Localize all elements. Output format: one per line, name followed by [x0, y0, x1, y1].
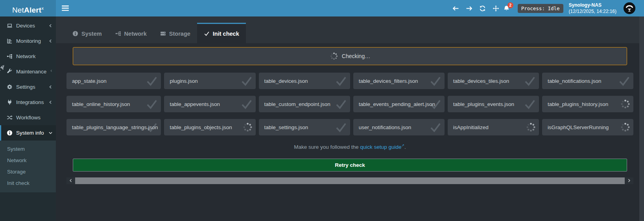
arrow-right-icon[interactable] — [466, 5, 472, 12]
check-icon — [618, 75, 631, 87]
host-name: Synology-NAS — [569, 2, 616, 8]
chevron-left-icon — [48, 100, 53, 104]
top-bar: NetAlertx 2 Process: Idle Synology-NAS (… — [0, 0, 644, 16]
check-card: isAppInitialized — [448, 119, 539, 135]
tab-network[interactable]: Network — [109, 23, 153, 43]
bell-icon[interactable]: 2 — [503, 5, 510, 12]
check-card: table_events_pending_alert.json — [353, 96, 445, 112]
check-icon — [335, 75, 347, 87]
sidebar-item-workflows[interactable]: Workflows — [0, 110, 56, 125]
check-icon — [146, 75, 158, 87]
check-card-label: app_state.json — [72, 78, 107, 84]
app-logo[interactable]: NetAlertx — [0, 0, 56, 16]
host-info: Synology-NAS (12/12/2025, 14:22:16) — [569, 2, 616, 15]
laptop-icon — [7, 23, 13, 29]
move-icon[interactable] — [493, 5, 499, 12]
chevron-left-icon — [50, 69, 53, 74]
chevron-down-icon — [48, 131, 53, 135]
check-card-label: isGraphQLServerRunning — [548, 124, 609, 130]
hint-suffix: . — [404, 144, 406, 150]
chart-icon — [7, 38, 13, 44]
tab-storage[interactable]: Storage — [153, 23, 197, 43]
network-icon — [115, 31, 121, 37]
submenu-item-network[interactable]: Network — [0, 155, 56, 166]
network-icon — [7, 53, 13, 59]
check-icon — [335, 98, 347, 110]
sidebar-item-devices[interactable]: Devices — [0, 18, 56, 33]
sidebar-item-label: Devices — [16, 23, 35, 29]
system-info-submenu: SystemNetworkStorageInit check — [0, 141, 56, 192]
check-icon — [429, 121, 442, 133]
sidebar-item-integrations[interactable]: Integrations — [0, 95, 56, 110]
check-icon — [204, 31, 210, 37]
rocket-icon — [0, 64, 6, 71]
check-card-label: table_devices.json — [264, 78, 308, 84]
check-card: table_appevents.json — [164, 96, 255, 112]
avatar[interactable] — [624, 2, 635, 14]
check-card: table_plugins_history.json — [542, 96, 633, 112]
info-icon — [7, 130, 13, 136]
horizontal-scrollbar — [66, 177, 633, 184]
sidebar-item-monitoring[interactable]: Monitoring — [0, 33, 56, 49]
hamburger-menu-icon[interactable] — [56, 0, 75, 16]
refresh-icon[interactable] — [479, 5, 486, 12]
check-card-label: table_plugins_language_strings.json — [72, 124, 158, 130]
init-check-card-grid: app_state.jsonplugins.jsontable_devices.… — [66, 73, 633, 135]
scroll-left-button[interactable] — [66, 177, 75, 184]
checking-text: Checking… — [342, 53, 370, 59]
check-card-label: table_plugins_objects.json — [170, 124, 232, 130]
sidebar-item-system-info[interactable]: System info — [0, 125, 56, 141]
check-card: table_devices_filters.json — [353, 73, 445, 89]
chevron-left-icon — [48, 24, 53, 28]
check-icon — [240, 98, 253, 110]
submenu-item-storage[interactable]: Storage — [0, 166, 56, 177]
check-card-label: table_online_history.json — [72, 101, 130, 107]
notification-badge[interactable]: 2 — [507, 2, 513, 8]
sidebar-item-label: Workflows — [16, 115, 41, 121]
scroll-right-button[interactable] — [625, 177, 633, 184]
brand-part2: Alert — [24, 6, 41, 14]
vertical-scrollbar-gutter[interactable] — [639, 16, 644, 221]
spinner-icon — [526, 122, 536, 133]
setup-hint: Make sure you followed the quick setup g… — [66, 143, 633, 150]
tab-init-check[interactable]: Init check — [197, 23, 246, 43]
check-card-label: table_plugins_events.json — [453, 101, 514, 107]
retry-check-button[interactable]: Retry check — [73, 159, 627, 172]
wrench-icon — [7, 69, 13, 75]
check-card: table_custom_endpoint.json — [259, 96, 350, 112]
init-check-pane: Checking… app_state.jsonplugins.jsontabl… — [56, 43, 644, 221]
check-card: table_devices_tiles.json — [448, 73, 539, 89]
sidebar-item-maintenance[interactable]: Maintenance — [0, 64, 56, 79]
check-icon — [429, 75, 442, 87]
brand-sup: x — [41, 6, 44, 11]
submenu-item-init-check[interactable]: Init check — [0, 177, 56, 189]
sidebar-item-label: Settings — [16, 84, 35, 90]
tab-system[interactable]: System — [66, 23, 109, 43]
check-card: isGraphQLServerRunning — [542, 119, 633, 135]
quick-setup-guide-link[interactable]: quick setup guide — [360, 144, 401, 150]
main-content: SystemNetworkStorageInit check Checking…… — [56, 16, 644, 221]
scrollbar-thumb[interactable] — [75, 177, 625, 184]
chevron-left-icon — [48, 85, 53, 89]
plug-icon — [7, 99, 13, 105]
process-status-badge: Process: Idle — [518, 4, 563, 13]
check-card: table_devices.json — [259, 73, 350, 89]
check-card-label: table_settings.json — [264, 124, 308, 130]
checking-status-box: Checking… — [73, 47, 627, 65]
check-card-label: table_events_pending_alert.json — [359, 101, 435, 107]
arrow-left-icon[interactable] — [452, 5, 459, 12]
sidebar-item-network[interactable]: Network — [0, 49, 56, 64]
top-bar-main: 2 Process: Idle Synology-NAS (12/12/2025… — [56, 0, 644, 16]
check-card: plugins.json — [164, 73, 255, 89]
tab-label: Network — [124, 31, 147, 37]
spinner-icon — [620, 99, 631, 110]
check-icon — [240, 75, 253, 87]
check-icon — [335, 121, 347, 133]
check-card-label: plugins.json — [170, 78, 197, 84]
check-card-label: table_plugins_history.json — [548, 101, 608, 107]
sidebar-item-settings[interactable]: Settings — [0, 79, 56, 95]
check-card-label: isAppInitialized — [453, 124, 489, 130]
sidebar-item-label: Network — [16, 53, 36, 59]
spinner-icon — [620, 122, 631, 133]
submenu-item-system[interactable]: System — [0, 143, 56, 155]
